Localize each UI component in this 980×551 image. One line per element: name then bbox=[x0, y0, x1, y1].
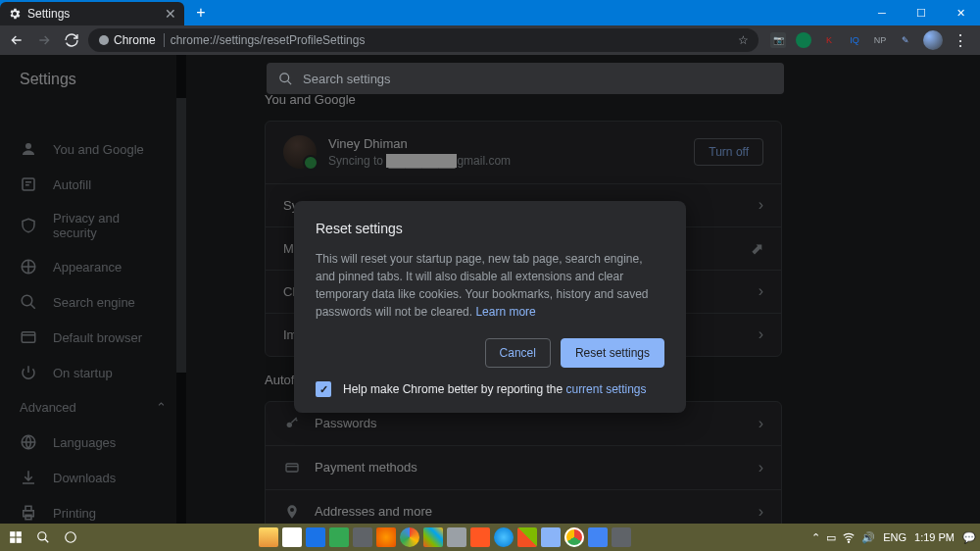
volume-icon[interactable]: 🔊 bbox=[861, 531, 875, 544]
extension-icons: 📷 K IQ NP ✎ ⋮ bbox=[764, 30, 974, 50]
reload-button[interactable] bbox=[61, 29, 82, 51]
reset-settings-button[interactable]: Reset settings bbox=[561, 338, 664, 368]
new-tab-button[interactable]: + bbox=[188, 0, 214, 25]
windows-taskbar: ⌃ ▭ 🔊 ENG 1:19 PM 💬 bbox=[0, 524, 980, 551]
language-indicator[interactable]: ENG bbox=[883, 531, 906, 543]
close-tab-icon[interactable]: ✕ bbox=[165, 6, 176, 22]
taskbar-app[interactable] bbox=[517, 527, 537, 547]
learn-more-link[interactable]: Learn more bbox=[475, 305, 535, 319]
reset-settings-dialog: Reset settings This will reset your star… bbox=[294, 201, 686, 413]
notifications-icon[interactable]: 💬 bbox=[962, 531, 976, 544]
chrome-menu-button[interactable]: ⋮ bbox=[953, 31, 968, 50]
dialog-footer: ✓ Help make Chrome better by reporting t… bbox=[316, 381, 664, 397]
extension-icon[interactable]: K bbox=[821, 32, 837, 48]
window-titlebar: Settings ✕ + ─ ☐ ✕ bbox=[0, 0, 980, 25]
profile-avatar[interactable] bbox=[923, 30, 943, 50]
cortana-button[interactable] bbox=[59, 526, 82, 549]
svg-rect-17 bbox=[17, 538, 22, 543]
taskbar-app[interactable] bbox=[612, 527, 631, 547]
taskbar-app[interactable] bbox=[306, 527, 325, 547]
url-bar: Chrome chrome://settings/resetProfileSet… bbox=[0, 25, 980, 55]
minimize-button[interactable]: ─ bbox=[862, 0, 902, 25]
dialog-title: Reset settings bbox=[316, 221, 664, 236]
taskbar-app[interactable] bbox=[329, 527, 349, 547]
maximize-button[interactable]: ☐ bbox=[902, 0, 941, 25]
search-button[interactable] bbox=[31, 526, 55, 549]
svg-rect-16 bbox=[10, 538, 15, 543]
extension-icon[interactable]: ✎ bbox=[898, 32, 913, 48]
url-text: chrome://settings/resetProfileSettings bbox=[171, 33, 366, 47]
extension-icon[interactable]: NP bbox=[872, 32, 888, 48]
taskbar-app[interactable] bbox=[259, 527, 278, 547]
browser-tab[interactable]: Settings ✕ bbox=[0, 2, 184, 25]
url-origin: Chrome bbox=[98, 33, 165, 47]
taskbar-app[interactable] bbox=[353, 527, 372, 547]
taskbar-app[interactable] bbox=[494, 527, 514, 547]
bookmark-star-icon[interactable]: ☆ bbox=[738, 33, 749, 47]
taskbar-apps bbox=[259, 527, 631, 547]
svg-point-0 bbox=[99, 35, 109, 45]
taskbar-app[interactable] bbox=[282, 527, 302, 547]
report-checkbox[interactable]: ✓ bbox=[316, 381, 331, 397]
gear-icon bbox=[8, 7, 22, 21]
svg-rect-14 bbox=[10, 531, 15, 536]
battery-icon[interactable]: ▭ bbox=[826, 531, 836, 544]
taskbar-app[interactable] bbox=[588, 527, 608, 547]
close-window-button[interactable]: ✕ bbox=[941, 0, 980, 25]
extension-icon[interactable]: IQ bbox=[847, 32, 862, 48]
extension-icon[interactable] bbox=[796, 32, 811, 48]
taskbar-app[interactable] bbox=[447, 527, 466, 547]
svg-point-1 bbox=[280, 73, 289, 81]
system-tray: ⌃ ▭ 🔊 ENG 1:19 PM 💬 bbox=[811, 530, 976, 544]
dialog-body: This will reset your startup page, new t… bbox=[316, 250, 664, 321]
clock[interactable]: 1:19 PM bbox=[914, 531, 955, 543]
extension-icon[interactable]: 📷 bbox=[770, 32, 786, 48]
svg-point-18 bbox=[38, 532, 46, 540]
svg-rect-15 bbox=[17, 531, 22, 536]
wifi-icon[interactable] bbox=[842, 530, 856, 544]
tab-title: Settings bbox=[27, 7, 70, 21]
svg-point-19 bbox=[66, 532, 76, 543]
start-button[interactable] bbox=[4, 526, 27, 549]
address-field[interactable]: Chrome chrome://settings/resetProfileSet… bbox=[88, 28, 759, 52]
search-placeholder: Search settings bbox=[303, 72, 391, 86]
taskbar-app[interactable] bbox=[470, 527, 490, 547]
svg-point-20 bbox=[849, 541, 850, 542]
taskbar-app[interactable] bbox=[400, 527, 419, 547]
forward-button[interactable] bbox=[33, 29, 55, 51]
window-controls: ─ ☐ ✕ bbox=[862, 0, 980, 25]
back-button[interactable] bbox=[6, 29, 27, 51]
settings-header: Search settings bbox=[0, 55, 980, 102]
tray-chevron-icon[interactable]: ⌃ bbox=[811, 531, 820, 544]
search-settings-input[interactable]: Search settings bbox=[267, 63, 784, 94]
cancel-button[interactable]: Cancel bbox=[485, 338, 551, 368]
taskbar-app[interactable] bbox=[541, 527, 561, 547]
taskbar-app[interactable] bbox=[376, 527, 396, 547]
taskbar-app-chrome[interactable] bbox=[564, 527, 584, 547]
current-settings-link[interactable]: current settings bbox=[565, 382, 646, 396]
taskbar-app[interactable] bbox=[423, 527, 443, 547]
